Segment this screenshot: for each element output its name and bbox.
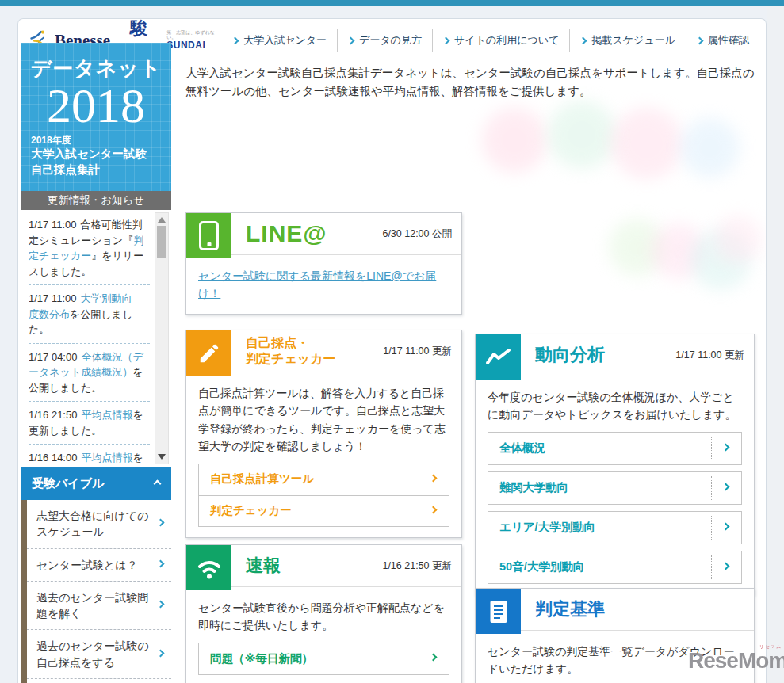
chevron-right-icon bbox=[722, 443, 730, 451]
resemom-ruby: リセマム bbox=[759, 643, 782, 651]
scrollbar-thumb[interactable] bbox=[157, 226, 166, 258]
trend-body-text: 今年度のセンター試験の全体概況ほか、大学ごとに動向データやトピックスをお届けいた… bbox=[488, 388, 742, 424]
bible-item-what-is-center[interactable]: センター試験とは？ bbox=[27, 549, 171, 582]
sundai-logo-right: 第一志望は、ゆずれない。 SUNDAI bbox=[166, 30, 222, 51]
resemom-watermark: ReseMom. リセマム bbox=[688, 648, 784, 673]
sokuho-card-header: 速報 1/16 21:50 更新 bbox=[186, 545, 461, 590]
judge-checker-button[interactable]: 判定チェッカー bbox=[199, 495, 449, 526]
chevron-right-icon bbox=[722, 562, 730, 570]
scroll-down-arrow-icon[interactable] bbox=[158, 454, 166, 460]
checker-update-date: 1/17 11:00 更新 bbox=[383, 345, 452, 358]
line-info-link[interactable]: センター試験に関する最新情報をLINE@でお届け！ bbox=[198, 269, 436, 300]
chevron-right-icon bbox=[231, 36, 239, 44]
chevron-right-icon bbox=[442, 36, 450, 44]
dotted-separator bbox=[711, 437, 712, 460]
news-date: 1/17 04:00 bbox=[29, 351, 77, 363]
smartphone-icon bbox=[199, 221, 219, 250]
bible-item-schedule[interactable]: 志望大合格に向けてのスケジュール bbox=[27, 500, 171, 549]
line-card: LINE@ 6/30 12:00 公開 センター試験に関する最新情報をLINE@… bbox=[185, 212, 462, 315]
news-link[interactable]: 平均点情報 bbox=[81, 452, 132, 464]
checker-card: 自己採点・ 判定チェッカー 1/17 11:00 更新 自己採点計算ツールは、解… bbox=[185, 330, 462, 538]
criteria-icon-square bbox=[476, 589, 521, 634]
news-link[interactable]: 平均点情報 bbox=[81, 409, 132, 421]
logo-title: データネット bbox=[21, 43, 171, 82]
sokuho-buttons: 問題（※毎日新聞） bbox=[198, 643, 449, 675]
color-smudge bbox=[482, 108, 547, 173]
chevron-right-icon bbox=[430, 654, 438, 662]
line-card-header: LINE@ 6/30 12:00 公開 bbox=[186, 213, 461, 258]
logo-subtitle-scoring: 自己採点集計 bbox=[21, 162, 171, 178]
chevron-right-icon bbox=[347, 36, 355, 44]
logo-year: 2018 bbox=[21, 82, 171, 129]
nav-item-attribute[interactable]: 属性確認 bbox=[686, 29, 759, 52]
sokuho-card: 速報 1/16 21:50 更新 センター試験直後から問題分析や正解配点などを即… bbox=[185, 544, 462, 683]
browser-scrollbar[interactable] bbox=[767, 6, 784, 683]
color-smudge bbox=[714, 216, 762, 263]
nav-item-site-usage[interactable]: サイトの利用について bbox=[432, 29, 569, 52]
document-icon bbox=[488, 599, 509, 624]
line-icon-square bbox=[186, 213, 231, 258]
news-list: 1/17 11:00合格可能性判定シミュレーション『判定チェッカー』をリリースし… bbox=[21, 210, 171, 467]
chevron-right-icon bbox=[157, 601, 165, 609]
bible-item-past-self-scoring[interactable]: 過去のセンター試験の自己採点をする bbox=[27, 630, 171, 679]
nav-item-schedule[interactable]: 掲載スケジュール bbox=[569, 29, 686, 52]
chevron-right-icon bbox=[157, 559, 165, 567]
news-scrollbar[interactable] bbox=[155, 212, 169, 464]
news-date: 1/17 11:00 bbox=[29, 219, 76, 231]
dotted-separator bbox=[419, 647, 419, 670]
news-item: 1/17 04:00全体概況（データネット成績概況）を公開しました。 bbox=[29, 344, 150, 403]
site-logo-banner[interactable]: データネット 2018 2018年度 大学入試センター試験 自己採点集計 bbox=[21, 43, 171, 191]
syllabary-university-trend-button[interactable]: 50音/大学別動向 bbox=[488, 551, 742, 584]
content-panel: Benesse 駿台 第一志望は、ゆずれない。 SUNDAI 大学入試センター … bbox=[17, 18, 767, 683]
criteria-title: 判定基準 bbox=[535, 597, 605, 621]
checker-buttons: 自己採点計算ツール 判定チェッカー bbox=[198, 464, 449, 527]
checker-title: 自己採点・ 判定チェッカー bbox=[246, 335, 336, 367]
news-date: 1/16 21:50 bbox=[29, 409, 77, 421]
line-title: LINE@ bbox=[246, 220, 327, 247]
trend-title: 動向分析 bbox=[535, 343, 605, 367]
trend-chart-icon bbox=[485, 347, 512, 368]
color-smudge bbox=[611, 108, 683, 179]
bible-item-past-questions[interactable]: 過去のセンター試験問題を解く bbox=[27, 582, 171, 631]
self-scoring-tool-button[interactable]: 自己採点計算ツール bbox=[199, 464, 449, 495]
top-nav: 大学入試センター データの見方 サイトの利用について 掲載スケジュール 属性確認 bbox=[222, 29, 759, 52]
sidebar: データネット 2018 2018年度 大学入試センター試験 自己採点集計 更新情… bbox=[21, 43, 171, 683]
mondai-mainichi-button[interactable]: 問題（※毎日新聞） bbox=[199, 643, 449, 674]
top-accent-bar bbox=[0, 0, 784, 6]
sokuho-title: 速報 bbox=[246, 554, 281, 578]
bible-item-search-university[interactable]: 志望大学を検索・登録する bbox=[27, 679, 171, 683]
area-university-trend-button[interactable]: エリア/大学別動向 bbox=[488, 511, 742, 544]
pencil-icon bbox=[197, 342, 221, 365]
dotted-separator bbox=[419, 468, 419, 491]
sokuho-icon-square bbox=[186, 545, 231, 590]
bible-header-label: 受験バイブル bbox=[32, 476, 104, 491]
chevron-right-icon bbox=[430, 475, 438, 483]
chevron-right-icon bbox=[157, 649, 165, 657]
overall-overview-button[interactable]: 全体概況 bbox=[488, 432, 742, 465]
intro-text: 大学入試センター試験自己採点集計データネットは、センター試験の自己採点をサポート… bbox=[185, 64, 766, 101]
scroll-up-arrow-icon[interactable] bbox=[158, 217, 166, 223]
chevron-right-icon bbox=[722, 522, 730, 530]
news-item: 1/17 11:00合格可能性判定シミュレーション『判定チェッカー』をリリースし… bbox=[29, 212, 150, 285]
trend-card-header: 動向分析 1/17 11:00 更新 bbox=[476, 334, 754, 380]
dotted-separator bbox=[419, 500, 419, 522]
trend-icon-square bbox=[476, 334, 521, 380]
chevron-right-icon bbox=[696, 36, 704, 44]
chevron-right-icon bbox=[157, 519, 165, 527]
line-release-date: 6/30 12:00 公開 bbox=[382, 227, 452, 241]
trend-card: 動向分析 1/17 11:00 更新 今年度のセンター試験の全体概況ほか、大学ご… bbox=[475, 334, 755, 595]
color-smudge bbox=[680, 118, 740, 177]
top-universities-trend-button[interactable]: 難関大学動向 bbox=[488, 471, 742, 505]
news-item: 1/16 21:50平均点情報を更新しました。 bbox=[29, 402, 150, 445]
news-date: 1/17 11:00 bbox=[29, 292, 76, 304]
news-item: 1/16 14:00平均点情報を更新しました。 bbox=[29, 445, 150, 467]
chevron-right-icon bbox=[430, 506, 438, 513]
chevron-right-icon bbox=[579, 36, 587, 44]
nav-item-data-guide[interactable]: データの見方 bbox=[337, 29, 432, 52]
bible-header[interactable]: 受験バイブル bbox=[21, 467, 171, 500]
sokuho-update-date: 1/16 21:50 更新 bbox=[382, 559, 452, 573]
nav-item-center[interactable]: 大学入試センター bbox=[222, 29, 337, 52]
checker-icon-square bbox=[186, 330, 231, 376]
trend-buttons: 全体概況 難関大学動向 エリア/大学別動向 bbox=[488, 432, 742, 584]
trend-update-date: 1/17 11:00 更新 bbox=[675, 349, 744, 362]
